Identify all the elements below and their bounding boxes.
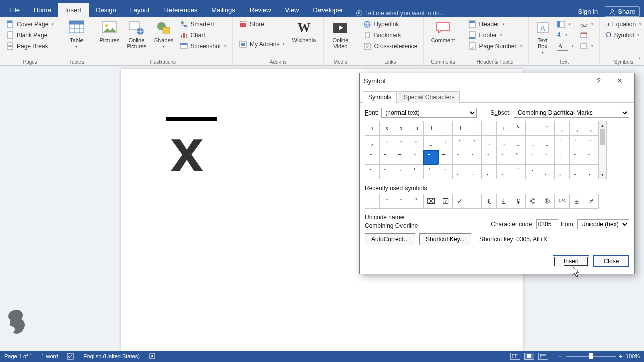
symbol-cell[interactable]: ̊ — [511, 150, 526, 165]
symbol-cell[interactable]: x — [394, 121, 409, 136]
symbol-cell[interactable]: ˹ — [453, 136, 467, 150]
from-select[interactable]: Unicode (hex) — [577, 219, 629, 229]
blank-page-button[interactable]: Blank Page — [4, 30, 56, 40]
symbol-cell[interactable]: ˳ — [365, 136, 380, 150]
symbol-cell[interactable]: ̘ — [482, 165, 497, 179]
symbol-cell[interactable]: ́ — [570, 136, 584, 150]
symbol-cell[interactable]: ˼ — [497, 136, 511, 150]
status-macro-icon[interactable] — [149, 353, 156, 360]
symbol-cell[interactable]: ̕ — [438, 165, 453, 179]
symbol-cell[interactable]: ̅ — [438, 150, 453, 165]
symbol-cell[interactable]: ̋ — [526, 150, 540, 165]
symbol-cell[interactable]: ̆ — [409, 150, 424, 165]
tab-mailings[interactable]: Mailings — [204, 3, 243, 17]
equation-button[interactable]: π Equation▾ — [604, 19, 643, 29]
dialog-tab-symbols[interactable]: Symbols — [363, 91, 397, 103]
ribbon-collapse-button[interactable]: ˄ — [638, 58, 641, 63]
dialog-tab-special[interactable]: Special Characters — [398, 91, 460, 103]
status-language[interactable]: English (United States) — [83, 353, 140, 359]
symbol-cell[interactable]: ̒ — [394, 165, 409, 179]
recent-symbols-grid[interactable]: –ˆˆ˚⌧☑✓€£¥©®™±≠ — [365, 194, 599, 209]
recent-symbol-cell[interactable]: ± — [570, 194, 584, 209]
recent-symbol-cell[interactable]: ☑ — [438, 194, 453, 209]
online-pictures-button[interactable]: Online Pictures — [123, 19, 149, 50]
symbol-cell[interactable]: ̐ — [365, 165, 380, 179]
recent-symbol-cell[interactable]: ⌧ — [424, 194, 438, 209]
shortcut-key-button[interactable]: Shortcut Key... — [419, 233, 471, 245]
symbol-cell[interactable]: ʟ — [497, 121, 511, 136]
symbol-cell[interactable]: ̆ — [453, 150, 467, 165]
symbol-cell[interactable]: ˶ — [409, 136, 424, 150]
symbol-cell[interactable]: ˺ — [467, 136, 482, 150]
online-video-button[interactable]: Online Video — [328, 19, 353, 50]
symbol-cell[interactable]: ˽ — [511, 136, 526, 150]
recent-symbol-cell[interactable]: ≠ — [584, 194, 599, 209]
symbol-cell[interactable]: ̎ — [570, 150, 584, 165]
symbol-cell[interactable]: ̍ — [555, 150, 570, 165]
view-web-layout[interactable] — [538, 353, 548, 360]
dialog-help-button[interactable]: ? — [588, 77, 609, 85]
symbol-cell[interactable]: ̔ — [424, 165, 438, 179]
symbol-cell[interactable]: ˦ — [438, 121, 453, 136]
subset-select[interactable]: Combining Diacritical Marks — [514, 108, 629, 118]
recent-symbol-cell[interactable]: ® — [540, 194, 555, 209]
symbol-cell[interactable]: ˿ — [540, 136, 555, 150]
insert-button[interactable]: Insert — [553, 255, 589, 267]
store-button[interactable]: Store — [237, 19, 287, 29]
symbol-cell[interactable]: ˻ — [482, 136, 497, 150]
symbol-cell[interactable]: ˩ — [482, 121, 497, 136]
font-select[interactable]: (normal text) — [381, 108, 477, 118]
charcode-input[interactable] — [536, 219, 558, 229]
symbol-cell[interactable]: ̜ — [540, 165, 555, 179]
signature-line-button[interactable]: ▾ — [578, 19, 595, 29]
symbol-cell[interactable]: ̝ — [555, 165, 570, 179]
header-button[interactable]: Header▾ — [466, 19, 524, 29]
symbol-cell[interactable]: ̑ — [380, 165, 394, 179]
tab-developer[interactable]: Developer — [306, 3, 350, 17]
footer-button[interactable]: Footer▾ — [466, 30, 524, 40]
symbol-cell[interactable]: s — [380, 121, 394, 136]
zoom-out[interactable]: − — [557, 352, 562, 361]
shapes-button[interactable]: Shapes▾ — [151, 19, 176, 50]
crossref-button[interactable]: Cross-reference — [361, 41, 419, 51]
symbol-cell[interactable]: ˥ — [424, 121, 438, 136]
wikipedia-button[interactable]: W Wikipedia — [289, 19, 319, 44]
recent-symbol-cell[interactable]: ˆ — [394, 194, 409, 209]
tab-design[interactable]: Design — [89, 3, 123, 17]
recent-symbol-cell[interactable]: € — [482, 194, 497, 209]
bookmark-button[interactable]: Bookmark — [361, 30, 419, 40]
screenshot-button[interactable]: Screenshot▾ — [178, 41, 228, 51]
text-box-button[interactable]: A Text Box▾ — [533, 19, 553, 56]
symbol-cell[interactable]: ˧ — [453, 121, 467, 136]
recent-symbol-cell[interactable]: ˚ — [409, 194, 424, 209]
symbol-cell[interactable]: ̄ — [380, 150, 394, 165]
recent-symbol-cell[interactable]: ˆ — [380, 194, 394, 209]
signin-link[interactable]: Sign in — [578, 8, 598, 15]
tab-view[interactable]: View — [278, 3, 306, 17]
symbol-cell[interactable]: ˨ — [467, 121, 482, 136]
share-button[interactable]: Share — [605, 6, 640, 17]
symbol-cell[interactable]: ˲ — [584, 121, 599, 136]
quick-parts-button[interactable]: ▾ — [555, 19, 576, 29]
scroll-up[interactable]: ▲ — [599, 121, 606, 129]
table-button[interactable]: Table▾ — [64, 19, 89, 50]
symbol-cell[interactable]: ˾ — [526, 136, 540, 150]
date-time-button[interactable] — [578, 30, 595, 40]
zoom-in[interactable]: + — [619, 352, 623, 360]
symbol-cell[interactable]: ˱ — [570, 121, 584, 136]
recent-symbol-cell[interactable]: – — [365, 194, 380, 209]
page-break-button[interactable]: Page Break — [4, 41, 56, 51]
status-page[interactable]: Page 1 of 1 — [4, 353, 32, 359]
symbol-cell[interactable]: ˷ — [424, 136, 438, 150]
zoom-slider[interactable] — [566, 356, 616, 357]
tab-references[interactable]: References — [157, 3, 204, 17]
symbol-cell[interactable]: ı — [365, 121, 380, 136]
symbol-cell[interactable]: ˰ — [555, 121, 570, 136]
symbol-cell[interactable]: ̄ — [424, 150, 438, 165]
symbol-cell[interactable]: ̟ — [584, 165, 599, 179]
pictures-button[interactable]: Pictures — [97, 19, 121, 44]
object-button[interactable]: ▾ — [578, 41, 595, 51]
symbol-cell[interactable]: ˴ — [380, 136, 394, 150]
symbol-cell[interactable]: ̏ — [584, 150, 599, 165]
symbol-cell[interactable]: ̂ — [584, 136, 599, 150]
